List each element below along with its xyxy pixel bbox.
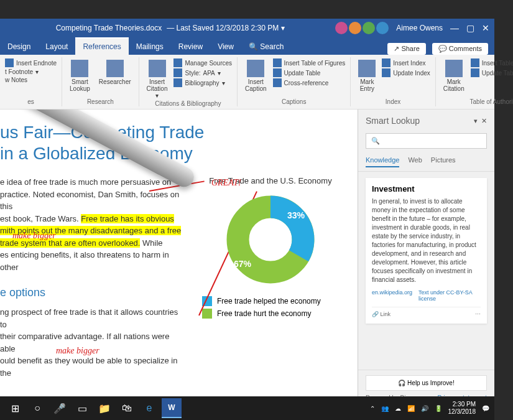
document-canvas[interactable]: us Fair—Competing Trade in a Globalized … xyxy=(0,110,358,406)
tof-icon xyxy=(273,58,282,67)
cortana-icon[interactable]: ○ xyxy=(27,398,47,418)
tab-references[interactable]: References xyxy=(75,37,128,55)
ribbon-tabs: Design Layout References Mailings Review… xyxy=(0,37,494,55)
pane-menu-icon[interactable]: ▾ xyxy=(474,117,478,124)
tab-view[interactable]: View xyxy=(210,39,241,55)
bibliography-button[interactable]: Bibliography ▾ xyxy=(173,78,232,87)
citation-icon xyxy=(149,60,166,77)
comments-button[interactable]: 💬 Comments xyxy=(432,43,488,55)
collaborator-avatars[interactable] xyxy=(335,22,389,34)
share-button[interactable]: ↗ Share xyxy=(387,43,425,55)
avatar[interactable] xyxy=(335,22,348,34)
battery-icon[interactable]: 🔋 xyxy=(435,405,442,412)
saved-status: — Last Saved 12/3/2018 2:30 PM ▾ xyxy=(167,24,284,32)
sources-icon xyxy=(173,58,182,67)
cross-reference-button[interactable]: Cross-reference xyxy=(273,78,346,87)
insert-caption-button[interactable]: Insert Caption xyxy=(243,58,269,93)
help-improve-button[interactable]: 🎧 Help us Improve! xyxy=(366,375,487,391)
mark-entry-button[interactable]: Mark Entry xyxy=(356,58,378,93)
tab-layout[interactable]: Layout xyxy=(38,39,75,55)
ribbon: Insert Endnote t Footnote ▾ w Notes es S… xyxy=(0,55,494,110)
file-explorer-icon[interactable]: 📁 xyxy=(95,398,114,418)
notifications-icon[interactable]: 💬 xyxy=(482,405,489,412)
sl-tab-knowledge[interactable]: Knowledge xyxy=(366,156,399,167)
avatar[interactable] xyxy=(349,22,361,34)
edge-icon[interactable]: e xyxy=(139,398,159,418)
insert-toa-button[interactable]: Insert Table of Authorities xyxy=(471,58,513,67)
ink-annotation: make bigger xyxy=(56,346,99,356)
show-notes-button[interactable]: w Notes xyxy=(5,77,57,83)
update-toa-button[interactable]: Update Table xyxy=(471,68,513,77)
tab-design[interactable]: Design xyxy=(0,39,38,55)
tray-chevron-icon[interactable]: ⌃ xyxy=(370,405,375,412)
doc-filename: Competing Trade Theories.docx xyxy=(56,24,162,32)
word-icon[interactable]: W xyxy=(162,398,182,418)
username[interactable]: Aimee Owens xyxy=(396,24,443,32)
insert-index-button[interactable]: Insert Index xyxy=(382,58,430,67)
smart-lookup-search[interactable]: 🔍 xyxy=(366,133,487,149)
tab-mailings[interactable]: Mailings xyxy=(129,39,171,55)
update-icon xyxy=(382,68,391,77)
biblio-icon xyxy=(173,78,182,87)
endnote-icon xyxy=(5,58,14,67)
pane-close-icon[interactable]: ✕ xyxy=(481,117,487,124)
microphone-icon[interactable]: 🎤 xyxy=(50,398,70,418)
source-link[interactable]: en.wikipedia.org xyxy=(372,289,412,302)
restore-icon[interactable]: ▢ xyxy=(466,23,474,33)
donut-chart: 33% 67% xyxy=(224,193,317,286)
sl-tab-pictures[interactable]: Pictures xyxy=(431,156,456,167)
mark-citation-button[interactable]: Mark Citation xyxy=(441,58,467,93)
crossref-icon xyxy=(273,78,282,87)
insert-citation-button[interactable]: Insert Citation ▾ xyxy=(144,58,170,100)
insert-endnote-button[interactable]: Insert Endnote xyxy=(5,58,57,67)
titlebar: Competing Trade Theories.docx — Last Sav… xyxy=(0,19,494,37)
researcher-button[interactable]: Researcher xyxy=(96,58,134,86)
people-icon[interactable]: 👥 xyxy=(381,405,389,412)
caption-icon xyxy=(247,60,264,77)
next-footnote-button[interactable]: t Footnote ▾ xyxy=(5,68,57,75)
tab-search[interactable]: 🔍 Search xyxy=(241,39,291,55)
smart-lookup-icon xyxy=(71,60,88,77)
onedrive-icon[interactable]: ☁ xyxy=(395,405,401,412)
card-title: Investment xyxy=(372,184,481,194)
table-of-figures-button[interactable]: Insert Table of Figures xyxy=(273,58,346,67)
manage-sources-button[interactable]: Manage Sources xyxy=(173,58,232,67)
windows-taskbar: ⊞ ○ 🎤 ▭ 📁 🛍 e W ⌃ 👥 ☁ 📶 🔊 🔋 2:30 PM 12/3… xyxy=(0,396,494,420)
search-icon: 🔍 xyxy=(249,42,258,51)
task-view-icon[interactable]: ▭ xyxy=(72,398,92,418)
smart-lookup-pane: Smart Lookup ▾ ✕ 🔍 Knowledge Web Picture… xyxy=(358,110,494,406)
subheading: e options xyxy=(0,284,183,301)
mark-entry-icon xyxy=(358,60,376,77)
volume-icon[interactable]: 🔊 xyxy=(421,405,428,412)
tab-review[interactable]: Review xyxy=(171,39,210,55)
start-button[interactable]: ⊞ xyxy=(5,398,25,418)
index-icon xyxy=(382,58,391,67)
legend-swatch-green xyxy=(202,309,212,319)
body-text: ng prospect of free trade is that it all… xyxy=(0,306,183,379)
search-icon: 🔍 xyxy=(371,137,380,144)
legend-item: Free trade hurt the economy xyxy=(202,309,339,319)
style-dropdown[interactable]: Style: APA ▾ xyxy=(173,68,232,77)
close-icon[interactable]: ✕ xyxy=(482,23,489,33)
avatar[interactable] xyxy=(376,22,389,34)
researcher-icon xyxy=(106,60,124,77)
update-index-button[interactable]: Update Index xyxy=(382,68,430,77)
smart-lookup-button[interactable]: Smart Lookup xyxy=(67,58,93,93)
ink-annotation: GREAT! xyxy=(211,178,241,188)
avatar[interactable] xyxy=(363,22,375,34)
store-icon[interactable]: 🛍 xyxy=(117,398,137,418)
ink-annotation: make bigger xyxy=(12,231,56,241)
mark-citation-icon xyxy=(445,60,463,77)
more-icon[interactable]: ⋯ xyxy=(475,311,481,317)
legend-item: Free trade helped the economy xyxy=(202,296,339,306)
update-icon xyxy=(273,68,282,77)
minimize-icon[interactable]: — xyxy=(450,23,459,33)
card-text: In general, to invest is to allocate mon… xyxy=(372,197,481,284)
link-icon[interactable]: 🔗 Link xyxy=(372,311,391,317)
update-icon xyxy=(471,68,479,77)
wifi-icon[interactable]: 📶 xyxy=(407,405,415,412)
license-link[interactable]: Text under CC-BY-SA license xyxy=(418,289,481,302)
sl-tab-web[interactable]: Web xyxy=(408,156,422,167)
taskbar-clock[interactable]: 2:30 PM 12/3/2018 xyxy=(448,401,476,416)
update-table-button[interactable]: Update Table xyxy=(273,68,346,77)
